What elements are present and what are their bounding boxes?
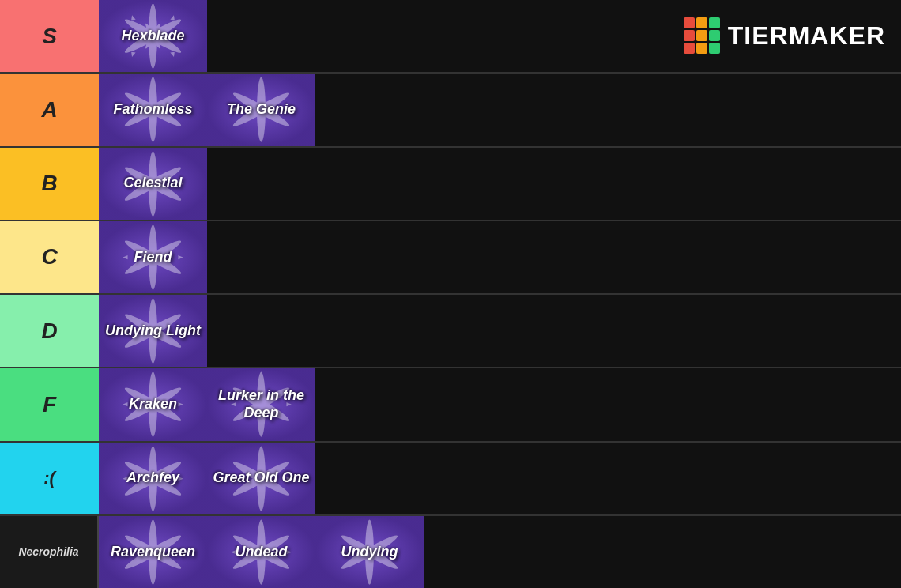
svg-marker-45 xyxy=(123,255,127,259)
svg-marker-13 xyxy=(170,15,174,20)
tier-item-undying[interactable]: Undying xyxy=(315,516,424,588)
tier-item-hexblade[interactable]: Hexblade xyxy=(99,0,207,72)
tier-items-b: Celestial xyxy=(99,148,901,220)
empty-area xyxy=(207,295,901,367)
tier-item-text: The Genie xyxy=(224,98,299,122)
tier-label-b: B xyxy=(0,148,99,220)
tier-row-f: F xyxy=(0,368,901,442)
logo-cell xyxy=(709,43,720,54)
tier-item-text: Hexblade xyxy=(118,24,187,48)
tier-item-lurker-in-the-deep[interactable]: Lurker in the Deep xyxy=(207,368,315,440)
tier-item-undying-light[interactable]: Undying Light xyxy=(99,295,207,367)
empty-area xyxy=(315,74,901,145)
tier-items-f: Kraken xyxy=(99,368,901,440)
tier-row-necrophilia: Necrophilia xyxy=(0,516,901,588)
tier-item-great-old-one[interactable]: Great Old One xyxy=(207,443,315,514)
tier-item-text: Archfey xyxy=(123,466,183,490)
logo-cell xyxy=(684,17,695,28)
tier-item-fathomless[interactable]: Fathomless xyxy=(99,74,207,145)
tier-item-ravenqueen[interactable]: Ravenqueen xyxy=(99,516,207,588)
tier-label-a: A xyxy=(0,74,99,145)
tier-items-sad: Archfey xyxy=(99,443,901,514)
tier-items-a: Fathomless xyxy=(99,74,901,145)
tier-label-f: F xyxy=(0,368,99,440)
tier-item-text: Undying xyxy=(338,541,401,564)
empty-area xyxy=(315,368,901,440)
tier-item-text: Undead xyxy=(232,541,290,564)
logo-cell xyxy=(696,17,707,28)
logo-cell xyxy=(696,30,707,41)
logo-text: TiERMAKER xyxy=(728,21,885,51)
tier-item-text: Kraken xyxy=(126,393,180,416)
header-bar: TiERMAKER xyxy=(664,0,901,71)
tier-label-s: S xyxy=(0,0,99,72)
tier-row-sad: :( xyxy=(0,443,901,516)
tier-row-b: B xyxy=(0,148,901,221)
svg-marker-46 xyxy=(178,255,183,259)
tier-item-celestial[interactable]: Celestial xyxy=(99,148,207,220)
empty-area xyxy=(207,221,901,293)
logo-cell xyxy=(709,17,720,28)
svg-marker-11 xyxy=(131,15,135,20)
logo-cell xyxy=(696,43,707,54)
tier-row-c: C xyxy=(0,221,901,295)
tier-item-undead[interactable]: Undead xyxy=(207,516,315,588)
tier-item-text: Celestial xyxy=(120,172,185,195)
logo-cell xyxy=(684,30,695,41)
tier-item-text: Fathomless xyxy=(110,98,195,122)
tier-label-c: C xyxy=(0,221,99,293)
tier-item-kraken[interactable]: Kraken xyxy=(99,368,207,440)
tiermaker-logo: TiERMAKER xyxy=(684,17,885,54)
logo-grid xyxy=(684,17,720,54)
logo-cell xyxy=(709,30,720,41)
tier-items-necrophilia: Ravenqueen xyxy=(99,516,901,588)
tier-item-archfey[interactable]: Archfey xyxy=(99,443,207,514)
svg-marker-12 xyxy=(170,52,174,57)
tier-item-fiend[interactable]: Fiend xyxy=(99,221,207,293)
tier-label-d: D xyxy=(0,295,99,367)
tier-items-d: Undying Light xyxy=(99,295,901,367)
tier-item-text: Undying Light xyxy=(102,319,204,343)
tier-row-d: D xyxy=(0,295,901,368)
tier-item-the-genie[interactable]: The Genie xyxy=(207,74,315,145)
logo-cell xyxy=(684,43,695,54)
tier-list: TiERMAKER S xyxy=(0,0,901,588)
tier-label-necrophilia: Necrophilia xyxy=(0,516,99,588)
empty-area xyxy=(424,516,901,588)
svg-marker-14 xyxy=(131,52,135,57)
tier-label-sad: :( xyxy=(0,443,99,514)
tier-items-c: Fiend xyxy=(99,221,901,293)
empty-area xyxy=(315,443,901,514)
tier-item-text: Fiend xyxy=(131,246,175,270)
tier-item-text: Lurker in the Deep xyxy=(207,384,315,424)
empty-area xyxy=(207,148,901,220)
tier-row-a: A xyxy=(0,74,901,147)
tier-item-text: Ravenqueen xyxy=(107,541,198,564)
tier-item-text: Great Old One xyxy=(209,466,312,490)
